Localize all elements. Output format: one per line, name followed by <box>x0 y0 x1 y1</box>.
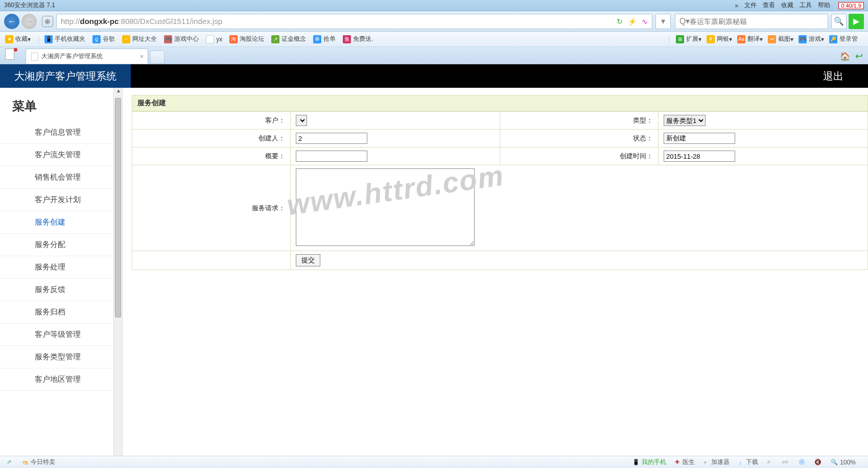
tool-extend[interactable]: ⊞扩展 ▾ <box>676 35 701 43</box>
forward-button[interactable]: → <box>21 14 37 29</box>
label-status: 状态： <box>500 130 659 147</box>
lightning-icon[interactable]: ⚡ <box>628 17 637 26</box>
status-accelerator[interactable]: ᯤ加速器 <box>702 458 730 466</box>
bookmark-google[interactable]: g谷歌 <box>92 35 115 43</box>
sidebar-item-service-archive[interactable]: 服务归档 <box>0 301 113 324</box>
bookmark-qiangdan[interactable]: 单抢单 <box>313 35 336 43</box>
label-created: 创建时间： <box>500 147 659 165</box>
menu-help[interactable]: 帮助 <box>818 1 830 10</box>
status-doctor[interactable]: ✚医生 <box>673 458 695 466</box>
brand-title: 大湘房产客户管理系统 <box>0 64 131 88</box>
menu-heading: 菜单 <box>0 88 113 121</box>
chevron-icon[interactable]: » <box>735 2 739 9</box>
menu-tools[interactable]: 工具 <box>800 1 812 10</box>
creator-input[interactable] <box>296 133 367 144</box>
undo-icon[interactable]: ↩ <box>855 51 863 62</box>
created-input[interactable] <box>664 151 735 162</box>
search-box[interactable]: Q▾ <box>675 14 828 29</box>
status-mute-icon[interactable]: 🔇 <box>814 459 824 466</box>
bookmark-taogu[interactable]: 淘淘股论坛 <box>229 35 264 43</box>
sidebar-item-service-assign[interactable]: 服务分配 <box>0 234 113 256</box>
request-textarea[interactable] <box>296 168 475 246</box>
search-icon: Q▾ <box>679 16 690 26</box>
sidebar-item-customer-level[interactable]: 客户等级管理 <box>0 324 113 346</box>
form-table: 客户： 类型： 服务类型1 创建人： 状态： 概要： 创建时间： 服务请求： <box>132 111 868 270</box>
bookmark-sites[interactable]: ○网址大全 <box>122 35 157 43</box>
label-summary: 概要： <box>132 147 291 165</box>
submit-button[interactable]: 提交 <box>296 254 320 266</box>
search-go-button[interactable]: ▶ <box>849 14 864 29</box>
bookmark-free[interactable]: 免免费送. <box>343 35 373 43</box>
tool-translate[interactable]: Aa翻译 ▾ <box>737 35 763 43</box>
tool-game[interactable]: 🎮游戏 ▾ <box>799 35 824 43</box>
sidebar-item-customer-loss[interactable]: 客户流失管理 <box>0 144 113 166</box>
page-header: 大湘房产客户管理系统 退出 <box>0 64 868 88</box>
search-mag-button[interactable]: 🔍 <box>831 14 847 29</box>
browser-title: 360安全浏览器 7.1 <box>4 1 55 10</box>
menu-view[interactable]: 查看 <box>763 1 775 10</box>
address-bar[interactable]: http:// dongxk-pc :8080/DxCustGl1511/ind… <box>56 14 652 29</box>
tool-bank[interactable]: ¥网银 ▾ <box>707 35 732 43</box>
sidebar-item-service-feedback[interactable]: 服务反馈 <box>0 279 113 301</box>
bookmark-yx[interactable]: yx <box>206 35 222 43</box>
panel-title: 服务创建 <box>132 95 868 111</box>
bookmark-bar: ★收藏 ▾ | 📱手机收藏夹 g谷歌 ○网址大全 🎮游戏中心 yx 淘淘股论坛 … <box>0 32 868 47</box>
status-today-sale[interactable]: 🛍今日特卖 <box>21 458 55 466</box>
search-input[interactable] <box>690 17 824 26</box>
restore-tabs-icon[interactable] <box>5 48 18 62</box>
nav-bar: ← → ⊕ http:// dongxk-pc :8080/DxCustGl15… <box>0 11 868 32</box>
status-zoom[interactable]: 🔍100% <box>831 459 856 466</box>
tab-active[interactable]: 大湘房产客户管理系统 × <box>26 48 148 64</box>
document-icon <box>31 53 38 61</box>
label-creator: 创建人： <box>132 130 291 147</box>
sidebar-scrollbar[interactable]: ▲ ▼ <box>113 88 123 468</box>
speed-icon[interactable]: ∿ <box>642 17 648 26</box>
type-select[interactable]: 服务类型1 <box>664 115 706 126</box>
action-dropdown[interactable]: ▾ <box>655 14 671 29</box>
bookmark-mobile[interactable]: 📱手机收藏夹 <box>44 35 85 43</box>
tool-screenshot[interactable]: ✂截图 ▾ <box>768 35 793 43</box>
status-my-phone[interactable]: 📱我的手机 <box>632 458 666 466</box>
status-arrow-icon[interactable]: ↗ <box>5 459 14 466</box>
label-request: 服务请求： <box>132 165 291 251</box>
close-icon[interactable]: × <box>140 53 144 60</box>
scroll-up-icon[interactable]: ▲ <box>114 88 123 97</box>
url-host: dongxk-pc <box>80 17 119 26</box>
url-path: :8080/DxCustGl1511/index.jsp <box>119 17 222 26</box>
page-body: 菜单 客户信息管理 客户流失管理 销售机会管理 客户开发计划 服务创建 服务分配… <box>0 88 868 468</box>
logout-link[interactable]: 退出 <box>823 69 843 83</box>
status-download[interactable]: ↓下载 <box>737 458 758 466</box>
sidebar-item-dev-plan[interactable]: 客户开发计划 <box>0 189 113 211</box>
reload-icon[interactable]: ↻ <box>617 17 623 26</box>
browser-title-bar: 360安全浏览器 7.1 » 文件 查看 收藏 工具 帮助 0:40/1.9 <box>0 0 868 11</box>
menu-file[interactable]: 文件 <box>744 1 757 10</box>
summary-input[interactable] <box>296 151 367 162</box>
sidebar-item-customer-info[interactable]: 客户信息管理 <box>0 121 113 144</box>
favorites-button[interactable]: ★收藏 ▾ <box>5 35 31 43</box>
status-bar: ↗ 🛍今日特卖 📱我的手机 ✚医生 ᯤ加速器 ↓下载 ᴘ ᴘᴘ ⓔ 🔇 🔍100… <box>0 456 868 468</box>
new-tab-button[interactable] <box>150 51 165 64</box>
bookmark-zhengjin[interactable]: ↗证金概念 <box>271 35 306 43</box>
status-input[interactable] <box>664 133 735 144</box>
scroll-thumb[interactable] <box>115 98 121 317</box>
sidebar-item-service-create[interactable]: 服务创建 <box>0 211 113 234</box>
status-p-icon[interactable]: ᴘ <box>765 459 775 466</box>
menu-list: 客户信息管理 客户流失管理 销售机会管理 客户开发计划 服务创建 服务分配 服务… <box>0 121 113 391</box>
sidebar-item-service-type[interactable]: 服务类型管理 <box>0 346 113 368</box>
shield-icon[interactable]: ⊕ <box>42 16 53 27</box>
sidebar-item-service-handle[interactable]: 服务处理 <box>0 256 113 279</box>
customer-select[interactable] <box>296 115 307 126</box>
sidebar: 菜单 客户信息管理 客户流失管理 销售机会管理 客户开发计划 服务创建 服务分配… <box>0 88 113 468</box>
bookmark-gamecenter[interactable]: 🎮游戏中心 <box>164 35 199 43</box>
menu-favorites[interactable]: 收藏 <box>781 1 793 10</box>
sidebar-item-sales-opportunity[interactable]: 销售机会管理 <box>0 166 113 189</box>
addr-icons: ↻ ⚡ ∿ <box>617 17 648 26</box>
back-button[interactable]: ← <box>4 14 19 29</box>
status-pp-icon[interactable]: ᴘᴘ <box>782 459 791 466</box>
home-icon[interactable]: 🏠 <box>840 52 850 61</box>
sidebar-item-region[interactable]: 客户地区管理 <box>0 368 113 391</box>
status-e-icon[interactable]: ⓔ <box>798 459 807 466</box>
label-type: 类型： <box>500 112 659 130</box>
tool-login[interactable]: 🔑登录管 <box>829 35 858 43</box>
content-panel: 服务创建 客户： 类型： 服务类型1 创建人： 状态： 概要： 创建时间： <box>123 88 868 468</box>
